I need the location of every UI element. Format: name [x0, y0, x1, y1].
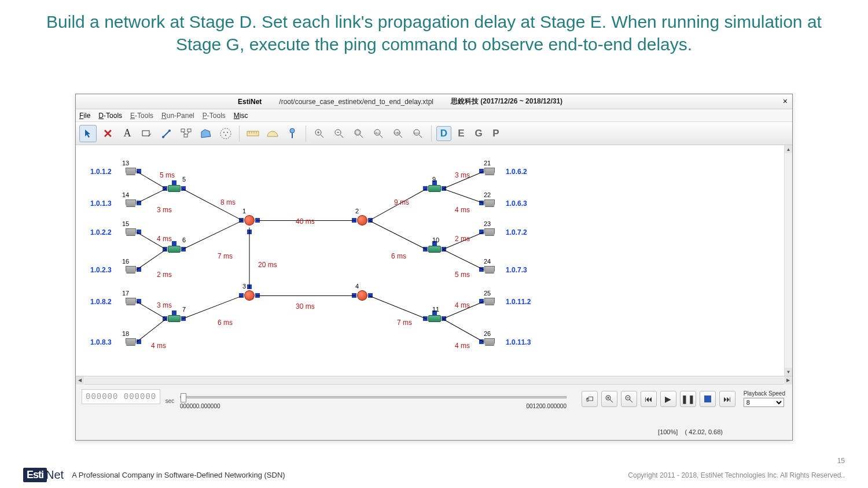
svg-point-2 [168, 130, 171, 132]
host-node[interactable] [484, 298, 495, 305]
network-link[interactable] [137, 188, 166, 204]
network-link[interactable] [137, 319, 167, 342]
pointer-tool[interactable] [79, 125, 97, 142]
delay-label: 4 ms [455, 342, 470, 350]
zoom-obj-icon[interactable]: OBJ [389, 125, 407, 142]
stage-d-button[interactable]: D [436, 126, 451, 141]
ip-label: 1.0.2.3 [90, 266, 112, 274]
host-node[interactable] [126, 298, 136, 305]
network-link[interactable] [182, 295, 242, 319]
network-link[interactable] [369, 295, 426, 319]
scroll-right-icon[interactable]: ▶ [784, 376, 792, 385]
pause-button[interactable]: ❚❚ [680, 391, 696, 407]
host-node[interactable] [126, 228, 136, 236]
switch-node[interactable] [168, 315, 181, 322]
skip-start-button[interactable]: ⏮ [641, 391, 657, 407]
switch-node[interactable] [428, 315, 441, 322]
menu-etools[interactable]: E-Tools [130, 112, 153, 120]
router-node[interactable] [357, 215, 367, 225]
tag-button[interactable]: 🏷 [582, 391, 598, 407]
group-tool[interactable] [178, 125, 195, 142]
zoom-in-button[interactable] [601, 391, 617, 407]
svg-rect-4 [187, 129, 191, 132]
link-tool[interactable] [158, 125, 175, 142]
play-button[interactable]: ▶ [660, 391, 676, 407]
router-node[interactable] [357, 290, 367, 301]
scroll-left-icon[interactable]: ◀ [76, 376, 84, 385]
ip-label: 1.0.11.2 [506, 298, 531, 306]
network-link[interactable] [443, 249, 484, 270]
menu-runpanel[interactable]: Run-Panel [161, 112, 194, 120]
ruler-tool[interactable] [244, 125, 262, 142]
timeline-handle[interactable] [181, 393, 186, 402]
menu-dtools[interactable]: D-Tools [98, 112, 122, 120]
router-node[interactable] [244, 290, 255, 301]
network-link[interactable] [137, 249, 167, 270]
switch-node[interactable] [168, 246, 181, 253]
host-node[interactable] [484, 266, 495, 273]
ip-label: 1.0.2.2 [90, 228, 112, 236]
zoom-out-icon[interactable] [330, 125, 348, 142]
zoom-all-icon[interactable]: ALL [370, 125, 387, 142]
router-node[interactable] [244, 215, 255, 225]
close-icon[interactable]: × [783, 97, 788, 106]
rect-tool[interactable] [138, 125, 156, 142]
network-link[interactable] [443, 319, 484, 342]
zoom-out-button[interactable] [621, 391, 637, 407]
protractor-tool[interactable] [264, 125, 281, 142]
menu-file[interactable]: File [79, 112, 90, 120]
vertical-scrollbar[interactable]: ▲ ▼ [784, 145, 792, 376]
license-info: 思銳科技 (2017/12/26 ~ 2018/12/31) [451, 97, 562, 106]
status-line: [100%] ( 42.02, 0.68) [658, 428, 723, 435]
topology-canvas[interactable]: 131.0.1.2141.0.1.3151.0.2.2161.0.2.3171.… [76, 145, 792, 376]
switch-node[interactable] [428, 185, 441, 192]
delay-label: 7 ms [397, 319, 412, 327]
stage-g-button[interactable]: G [471, 126, 486, 141]
node-id-label: 21 [484, 160, 491, 167]
host-node[interactable] [484, 199, 495, 207]
host-node[interactable] [484, 228, 495, 236]
zoom-in-icon[interactable] [311, 125, 328, 142]
playback-speed-select[interactable]: 8 [744, 398, 784, 407]
timeline-slider[interactable]: 000000.000000 001200.000000 [180, 393, 567, 410]
timeline-start: 000000.000000 [180, 403, 220, 409]
zoom-area-icon[interactable] [350, 125, 367, 142]
scroll-up-icon[interactable]: ▲ [785, 145, 792, 153]
app-name: EstiNet [238, 98, 262, 106]
network-link[interactable] [249, 228, 250, 289]
delete-tool[interactable]: ✕ [99, 125, 116, 142]
titlebar: EstiNet /root/course_case_estinetx/end_t… [76, 94, 792, 109]
switch-node[interactable] [428, 246, 441, 253]
delay-label: 4 ms [455, 301, 470, 309]
node-id-label: 9 [432, 176, 436, 183]
tagline: A Professional Company in Software-Defin… [72, 471, 285, 479]
skip-end-button[interactable]: ⏭ [719, 391, 735, 407]
zoom-100-icon[interactable]: 100% [409, 125, 426, 142]
node-id-label: 16 [122, 258, 129, 265]
network-link[interactable] [369, 220, 426, 250]
host-node[interactable] [126, 266, 136, 273]
host-node[interactable] [126, 199, 136, 207]
menu-misc[interactable]: Misc [234, 112, 248, 120]
host-node[interactable] [126, 168, 136, 175]
node-id-label: 1 [242, 208, 246, 215]
stage-p-button[interactable]: P [488, 126, 503, 141]
host-node[interactable] [484, 168, 495, 175]
circle-tool[interactable] [217, 125, 234, 142]
stop-button[interactable] [700, 391, 716, 407]
host-node[interactable] [484, 338, 495, 346]
menu-ptools[interactable]: P-Tools [203, 112, 226, 120]
network-link[interactable] [256, 295, 355, 296]
text-tool[interactable]: A [119, 125, 136, 142]
node-id-label: 13 [122, 160, 129, 167]
network-link[interactable] [443, 188, 484, 204]
stage-e-button[interactable]: E [454, 126, 469, 141]
scroll-down-icon[interactable]: ▼ [785, 368, 792, 376]
network-link[interactable] [182, 220, 242, 250]
pin-tool[interactable] [284, 125, 301, 142]
horizontal-scrollbar[interactable]: ◀ ▶ [76, 376, 792, 385]
statusbar: 000000 000000 sec 000000.000000 001200.0… [76, 385, 792, 439]
switch-node[interactable] [168, 185, 181, 192]
host-node[interactable] [126, 338, 136, 346]
area-tool[interactable] [197, 125, 215, 142]
